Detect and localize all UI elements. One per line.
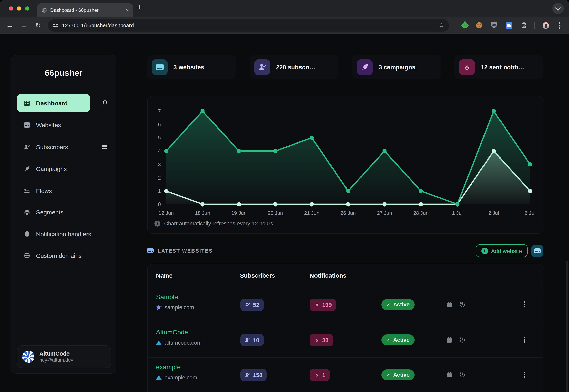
status-badge: ✓Active (381, 335, 414, 345)
globe-favicon-icon (41, 7, 47, 13)
back-button[interactable]: ← (5, 17, 14, 34)
latest-websites-header: LATEST WEBSITES + Add website (147, 244, 543, 257)
check-icon: ✓ (386, 372, 390, 378)
sidebar-item-dashboard[interactable]: Dashboard (17, 94, 90, 112)
bell-icon (24, 230, 30, 237)
subscribers-count-badge: 10 (240, 334, 264, 346)
sidebar-item-flows[interactable]: Flows (17, 182, 98, 200)
app-logo: 66pusher (11, 68, 116, 78)
websites-list-button[interactable] (531, 245, 543, 257)
sidebar-item-campaigns[interactable]: Campaigns (17, 159, 98, 178)
svg-text:4: 4 (158, 148, 161, 154)
browser-icon (24, 121, 30, 128)
stat-card-campaigns[interactable]: 3 campaigns (352, 55, 441, 79)
chevron-down-icon (555, 5, 561, 11)
row-menu-icon[interactable] (524, 304, 525, 305)
extension-ruler-icon[interactable] (506, 22, 512, 28)
website-favicon-icon (156, 340, 162, 345)
tab-bar: Dashboard - 66pusher × + (0, 0, 569, 17)
svg-text:27 Jun: 27 Jun (377, 210, 392, 216)
svg-text:6 Jul: 6 Jul (525, 210, 536, 216)
user-profile-card[interactable]: AltumCode hey@altum.dev (17, 345, 111, 368)
stat-card-sent-notifications[interactable]: 12 sent notifi… (454, 55, 543, 79)
extension-ublock-icon[interactable]: UO (491, 22, 497, 29)
sidebar-item-label: Segments (36, 209, 63, 216)
sidebar-item-segments[interactable]: Segments (17, 203, 98, 221)
svg-text:7: 7 (158, 108, 161, 114)
window-minimize-button[interactable] (17, 6, 21, 10)
section-title: LATEST WEBSITES (158, 248, 213, 253)
page-scrollbar[interactable] (566, 261, 568, 392)
svg-text:19 Jun: 19 Jun (231, 210, 247, 216)
table-row: example example.com 158 1 ✓Active (148, 357, 543, 392)
sidebar-item-label: Websites (36, 121, 61, 128)
browser-icon (152, 59, 168, 75)
notifications-bell-icon[interactable] (102, 100, 108, 106)
subscribers-menu-icon[interactable] (102, 145, 107, 149)
site-settings-icon[interactable] (53, 23, 58, 28)
history-icon[interactable] (459, 371, 466, 379)
tab-title: Dashboard - 66pusher (50, 7, 122, 13)
sidebar-item-websites[interactable]: Websites (17, 116, 98, 134)
svg-text:20 Jun: 20 Jun (268, 210, 283, 216)
app-content: 66pusher Dashboard Websites Subscribers (0, 34, 569, 392)
new-tab-button[interactable]: + (137, 2, 142, 12)
website-domain: altumcode.com (156, 340, 202, 346)
svg-text:12 Jun: 12 Jun (158, 210, 174, 216)
sidebar-item-label: Custom domains (36, 252, 82, 259)
extension-cookie-icon[interactable] (476, 22, 482, 28)
url-bar[interactable]: 127.0.0.1/66pusher/dashboard ☆ (48, 19, 449, 31)
tab-search-button[interactable] (552, 3, 564, 14)
history-icon[interactable] (459, 336, 466, 345)
browser-tab[interactable]: Dashboard - 66pusher × (37, 3, 133, 17)
stat-card-websites[interactable]: 3 websites (147, 55, 236, 79)
window-close-button[interactable] (9, 6, 13, 10)
plus-icon: + (481, 248, 488, 254)
svg-text:3: 3 (158, 162, 161, 167)
notifications-count-badge: 30 (310, 334, 333, 346)
person-check-icon (245, 337, 250, 343)
window-zoom-button[interactable] (25, 6, 29, 10)
svg-text:2: 2 (158, 175, 161, 181)
checklist-icon (24, 187, 30, 194)
browser-menu-icon[interactable] (559, 25, 560, 26)
calendar-icon[interactable] (446, 372, 453, 380)
browser-profile-avatar[interactable] (543, 22, 549, 28)
area-chart: 0123456712 Jun18 Jun19 Jun20 Jun21 Jun26… (151, 98, 540, 221)
sidebar-item-custom-domains[interactable]: Custom domains (17, 246, 98, 265)
bookmark-star-icon[interactable]: ☆ (439, 22, 444, 29)
row-menu-icon[interactable] (524, 374, 525, 375)
info-icon: i (154, 221, 161, 227)
svg-text:1 Jul: 1 Jul (452, 210, 463, 216)
subscribers-count-badge: 52 (240, 299, 264, 311)
person-check-icon (245, 372, 250, 378)
notifications-count-badge: 1 (310, 369, 330, 381)
add-website-button[interactable]: + Add website (476, 244, 528, 257)
table-row: AltumCode altumcode.com 10 30 ✓Active (148, 322, 543, 358)
browser-window: Dashboard - 66pusher × + ← → ↻ 127.0.0.1… (0, 0, 569, 392)
column-header-notifications: Notifications (310, 264, 347, 287)
stat-card-subscribers[interactable]: 220 subscri… (250, 55, 338, 79)
sidebar-item-subscribers[interactable]: Subscribers (17, 138, 98, 156)
website-name-link[interactable]: Sample (156, 294, 178, 301)
reload-button[interactable]: ↻ (33, 17, 43, 34)
history-icon[interactable] (459, 301, 466, 309)
rocket-icon (24, 165, 30, 172)
sidebar: 66pusher Dashboard Websites Subscribers (11, 55, 116, 374)
website-name-link[interactable]: AltumCode (156, 329, 188, 336)
calendar-icon[interactable] (446, 302, 453, 310)
tab-close-icon[interactable]: × (126, 7, 129, 13)
extensions-puzzle-icon[interactable] (520, 22, 527, 28)
flame-icon (314, 337, 319, 343)
sidebar-item-notification-handlers[interactable]: Notification handlers (17, 225, 98, 243)
svg-text:0: 0 (158, 201, 161, 207)
row-menu-icon[interactable] (524, 339, 525, 340)
check-icon: ✓ (386, 337, 390, 343)
forward-button[interactable]: → (19, 17, 29, 34)
globe-icon (24, 252, 30, 259)
calendar-icon[interactable] (446, 337, 453, 345)
extension-virus-icon[interactable] (462, 22, 468, 28)
svg-text:26 Jun: 26 Jun (340, 210, 356, 216)
svg-text:28 Jun: 28 Jun (413, 210, 429, 216)
website-name-link[interactable]: example (156, 364, 180, 371)
